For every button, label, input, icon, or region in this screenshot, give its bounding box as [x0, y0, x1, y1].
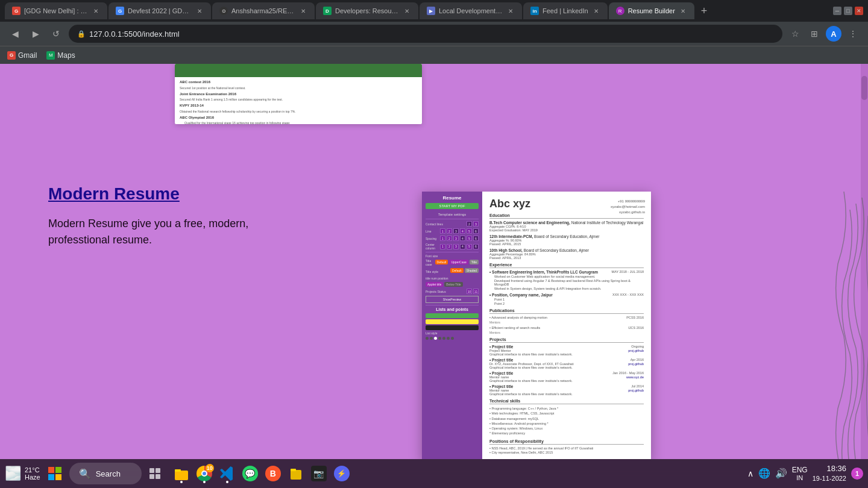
rb-yellow-bar[interactable]: [426, 319, 479, 324]
rb-line-6[interactable]: 6: [473, 228, 479, 234]
notification-badge[interactable]: 1: [851, 468, 863, 480]
scrollbar-thumb[interactable]: [861, 76, 867, 100]
star-icon[interactable]: ☆: [787, 26, 803, 42]
tab-close-icon[interactable]: ✕: [506, 7, 515, 15]
rb-spacing-6[interactable]: 6: [473, 236, 479, 241]
menu-button[interactable]: ⋮: [845, 26, 861, 42]
rb-spacing-2[interactable]: 2: [447, 236, 452, 241]
rb-spacing-3[interactable]: 3: [453, 236, 459, 241]
new-tab-button[interactable]: +: [696, 2, 712, 19]
clock[interactable]: 18:36 19-11-2022: [813, 463, 846, 484]
rb-center-5[interactable]: 5: [467, 244, 472, 249]
tab-gdg[interactable]: G [GDG New Delhi] : D... ✕: [5, 2, 107, 19]
close-button[interactable]: ✕: [855, 7, 863, 15]
camera-app-icon[interactable]: 📷: [308, 463, 330, 484]
rb-case-buttons: Default UpperCase Title: [435, 260, 479, 264]
start-button[interactable]: [43, 461, 67, 486]
restore-button[interactable]: □: [844, 7, 852, 15]
profile-button[interactable]: A: [826, 26, 841, 42]
rb-line-3[interactable]: 3: [453, 228, 459, 234]
brave-app-icon[interactable]: B: [262, 463, 284, 484]
rb-center-1[interactable]: 1: [440, 244, 445, 249]
rb-spacing-1[interactable]: 1: [440, 236, 445, 241]
rb-dark-bar[interactable]: [426, 325, 479, 330]
resume-preview-top: ABC contest 2016 Secured 1st position at…: [175, 64, 422, 124]
tab-linkedin[interactable]: in Feed | LinkedIn ✕: [523, 2, 608, 19]
chevron-up-icon[interactable]: ∧: [747, 469, 753, 478]
taskbar-search[interactable]: 🔍 Search: [69, 463, 142, 484]
rb-center-3[interactable]: 3: [453, 244, 459, 249]
tab-local-dev[interactable]: ▶ Local Development C... ✕: [420, 2, 522, 19]
rb-center-2[interactable]: 2: [447, 244, 452, 249]
language-indicator[interactable]: ENG IN: [792, 466, 808, 481]
task-view-button[interactable]: [144, 463, 166, 484]
svg-rect-7: [156, 474, 160, 479]
rb-dot-3[interactable]: [434, 337, 437, 340]
minimize-button[interactable]: ─: [833, 7, 841, 15]
projects-heading: Projects: [489, 337, 644, 343]
tab-close-icon[interactable]: ✕: [299, 7, 307, 15]
reload-button[interactable]: ↺: [48, 26, 64, 42]
rb-dot-4[interactable]: [438, 337, 441, 340]
rb-center-6[interactable]: 6: [473, 244, 479, 249]
rb-spacing-5[interactable]: 5: [467, 236, 472, 241]
extension-icon[interactable]: ⊞: [807, 26, 822, 42]
bookmark-maps[interactable]: M Maps: [46, 51, 75, 60]
rb-spacing-4[interactable]: 4: [460, 236, 465, 241]
exp-title-1: • Software Engineering Intern, ThinkProf…: [489, 270, 598, 274]
discord-app-icon[interactable]: ⚡: [331, 463, 353, 484]
rb-proj-toggle-2[interactable]: 11: [473, 289, 479, 294]
forward-button[interactable]: ▶: [28, 26, 43, 42]
file-explorer-icon[interactable]: [171, 463, 192, 484]
exp-bullets-2: Point 1 Point 2: [489, 298, 644, 305]
rb-dot-2[interactable]: [430, 337, 433, 340]
tab-close-icon[interactable]: ✕: [592, 7, 600, 15]
rb-default-style-btn[interactable]: Default: [450, 268, 464, 273]
rb-center-4[interactable]: 4: [460, 244, 465, 249]
rb-applet-title-btn[interactable]: Applet title: [426, 282, 443, 287]
rb-below-title-btn[interactable]: Below Title: [444, 282, 462, 287]
volume-icon[interactable]: 🔊: [775, 468, 787, 479]
address-field[interactable]: 🔒 127.0.0.1:5500/index.html: [69, 25, 782, 43]
tab-developers[interactable]: D Developers: Resource... ✕: [316, 2, 418, 19]
skill-2: • Web technologies: HTML, CSS, Javascrip…: [489, 411, 644, 416]
tab-close-icon[interactable]: ✕: [92, 7, 100, 15]
rb-upper-case-btn[interactable]: UpperCase: [449, 260, 468, 264]
rb-dot-7[interactable]: [451, 337, 454, 340]
tab-close-icon[interactable]: ✕: [195, 7, 204, 15]
tab-resume-builder[interactable]: R Resume Builder ✕: [609, 2, 694, 19]
rb-line-2[interactable]: 2: [447, 228, 452, 234]
rb-right-panel: Abc xyz +91 9999999999 xyzabc@hotmail.co…: [482, 192, 651, 459]
tab-github[interactable]: ⊙ Anshsharma25/RESU... ✕: [212, 2, 315, 19]
language-label: ENG: [792, 466, 808, 474]
rb-line-5[interactable]: 5: [467, 228, 472, 234]
tab-devfest[interactable]: G Devfest 2022 | GDG N... ✕: [108, 2, 211, 19]
rb-green-bar[interactable]: [426, 313, 479, 318]
rb-dot-1[interactable]: [426, 337, 429, 340]
modern-resume-title[interactable]: Modern Resume: [48, 184, 301, 204]
whatsapp-app-icon[interactable]: 💬: [239, 463, 261, 484]
proj-desc-4: Graphical interface to share files over …: [489, 392, 644, 396]
rb-line-4[interactable]: 4: [460, 228, 465, 234]
rb-dot-5[interactable]: [442, 337, 445, 340]
vscode-app-icon[interactable]: [216, 463, 238, 484]
rb-title-case-btn[interactable]: Title: [470, 260, 479, 264]
gmail-favicon: G: [7, 51, 16, 60]
rb-proj-toggle-1[interactable]: 10: [467, 289, 472, 294]
files-app-icon[interactable]: [285, 463, 307, 484]
bookmark-gmail[interactable]: G Gmail: [7, 51, 37, 60]
rb-contact-2[interactable]: 2: [467, 221, 472, 227]
rb-line-1[interactable]: 1: [440, 228, 445, 234]
sys-icons: ∧ 🌐 🔊 ENG IN: [747, 466, 808, 481]
rb-start-btn[interactable]: START MY PDF: [426, 203, 479, 209]
network-icon[interactable]: 🌐: [758, 468, 770, 479]
rb-default-case-btn[interactable]: Default: [435, 260, 448, 264]
chrome-app-icon[interactable]: 10: [193, 463, 215, 484]
tab-close-icon[interactable]: ✕: [403, 7, 411, 15]
rb-contact-3[interactable]: 3: [473, 221, 479, 227]
rb-show-preview-btn[interactable]: ShowPreview: [426, 296, 479, 303]
back-button[interactable]: ◀: [7, 26, 23, 42]
rb-dot-6[interactable]: [447, 337, 450, 340]
rb-shaded-style-btn[interactable]: Shaded: [465, 268, 479, 273]
tab-close-icon[interactable]: ✕: [679, 7, 687, 15]
